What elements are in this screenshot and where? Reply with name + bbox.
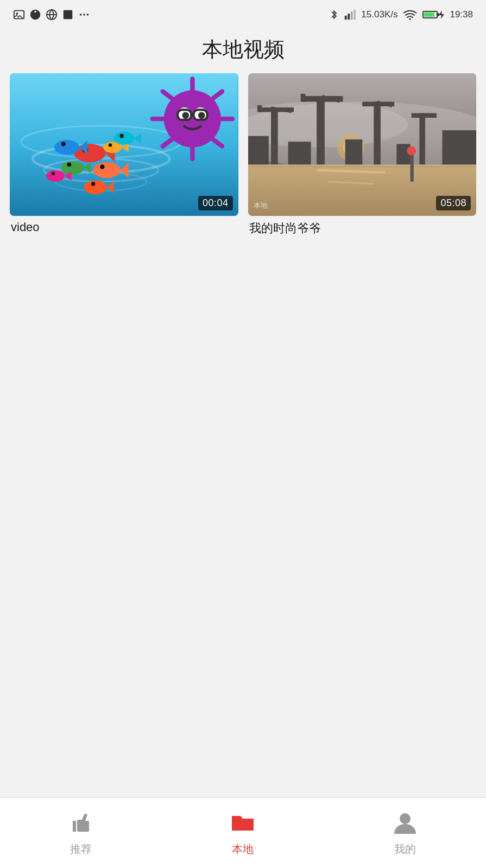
status-right-info: 15.03K/s 19:38 [330,9,473,21]
svg-point-1 [16,12,18,15]
svg-point-29 [61,142,66,146]
svg-point-41 [91,182,96,186]
harbor-bg [248,73,477,216]
video-thumbnail-2[interactable]: 本地 05:08 [248,73,477,216]
svg-point-23 [100,164,104,169]
video-thumbnail-1[interactable]: 00:04 [10,73,238,216]
svg-rect-8 [345,16,347,20]
more-icon [78,9,90,21]
user-icon [392,810,419,837]
video-label-1: video [10,220,238,234]
nav-item-recommend[interactable]: 推荐 [0,809,162,857]
svg-rect-9 [348,14,350,20]
battery-indicator [422,10,444,19]
svg-point-88 [400,813,411,824]
svg-point-53 [182,112,189,119]
nav-item-mine[interactable]: 我的 [324,809,486,857]
android-icon [29,9,41,21]
page-title-bar: 本地视频 [0,29,486,73]
video-item-1[interactable]: 00:04 video [10,73,238,787]
video-item-2[interactable]: 本地 05:08 我的时尚爷爷 [248,73,477,787]
wifi-icon [403,9,417,21]
svg-rect-11 [354,10,356,20]
image-icon [13,9,25,21]
svg-point-26 [67,162,72,167]
globe-icon [46,9,58,21]
svg-point-24 [61,161,84,175]
nav-item-local[interactable]: 本地 [162,809,324,857]
thumb-up-icon [67,810,94,837]
status-bar: 15.03K/s 19:38 [0,0,486,29]
nav-mine-label: 我的 [394,842,416,857]
nav-local-label: 本地 [232,842,254,857]
charging-icon [439,10,444,19]
video-grid: 00:04 video [0,73,486,797]
svg-point-27 [54,140,79,155]
svg-point-33 [46,170,65,182]
svg-point-54 [198,112,205,119]
video-duration-2: 05:08 [436,196,471,210]
status-left-icons [13,9,90,21]
page-title: 本地视频 [0,36,486,63]
water-bg [10,73,238,216]
svg-point-7 [87,14,89,16]
svg-rect-0 [14,11,24,19]
svg-point-12 [409,18,411,20]
nav-local-icon-wrap [229,809,257,838]
svg-point-32 [109,143,112,146]
svg-rect-10 [351,12,353,20]
network-speed: 15.03K/s [361,9,397,20]
svg-point-35 [52,172,55,175]
square-icon [62,9,74,21]
folder-icon [229,809,257,838]
svg-point-36 [113,132,134,144]
bottom-nav: 推荐 本地 我的 [0,797,486,868]
signal-icon [344,9,356,21]
svg-point-38 [119,134,124,138]
svg-rect-4 [64,10,73,20]
video-watermark-2: 本地 [254,201,268,210]
svg-rect-87 [248,73,477,216]
svg-point-5 [80,14,82,16]
clock: 19:38 [450,9,473,20]
nav-mine-icon-wrap [391,809,419,838]
nav-recommend-label: 推荐 [70,842,92,857]
video-duration-1: 00:04 [198,196,233,210]
svg-point-6 [83,14,85,16]
nav-recommend-icon-wrap [67,809,95,838]
video-label-2: 我的时尚爷爷 [248,220,477,237]
svg-point-39 [84,181,107,194]
bluetooth-icon [330,9,338,21]
svg-point-21 [93,162,120,178]
